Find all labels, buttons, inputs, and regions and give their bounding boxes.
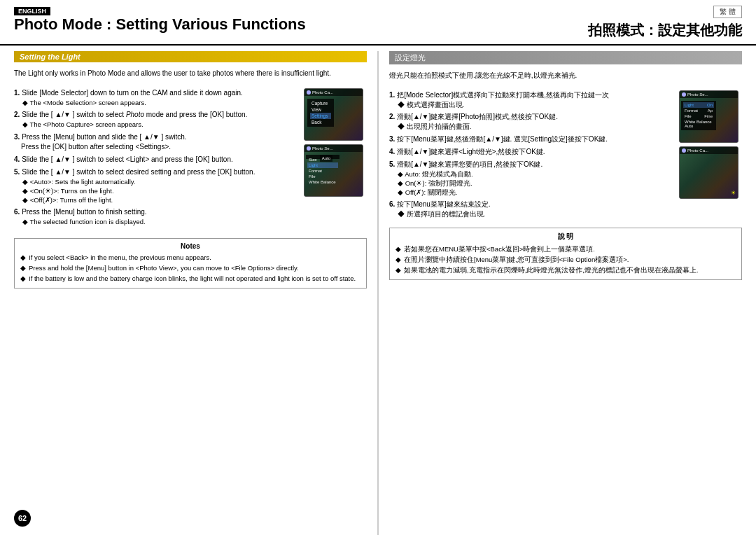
explanation-box: 說 明 若如果您在MENU菜單中按<Back返回>時會到上一個菜單選項. 在照片… [389, 228, 742, 280]
steps-container: 1. Slide [Mode Selector] down to turn on… [14, 88, 367, 230]
header-left: ENGLISH Photo Mode : Setting Various Fun… [14, 6, 378, 40]
page-title: Photo Mode : Setting Various Functions [14, 15, 378, 34]
step-cn-3: 3. 按下[Menu菜單]鍵,然後滑動[▲/▼]鍵. 選完[Setting設定]… [389, 134, 672, 144]
camera-screen-1: Photo Ca... Capture View Settings Back [304, 88, 363, 141]
section-intro: The Light only works in Photo Mode and a… [14, 68, 367, 78]
language-badge: ENGLISH [14, 7, 50, 15]
notes-box: Notes If you select <Back> in the menu, … [14, 238, 367, 289]
camera-bg-4 [680, 147, 738, 198]
camera-screen-4: Photo Ca... ☀ [679, 146, 738, 199]
cn-note-1: 若如果您在MENU菜單中按<Back返回>時會到上一個菜單選項. [396, 244, 736, 254]
camera-images-right: Photo Se... LightOn FormatAp FileFine Wh… [679, 90, 742, 222]
camera-icon-3 [682, 92, 686, 97]
note-1: If you select <Back> in the menu, the pr… [20, 252, 360, 263]
section-header-cn: 設定燈光 [389, 51, 742, 64]
light-indicator: ☀ [731, 190, 736, 196]
step-cn-2: 2. 滑動[▲/▼]鍵來選擇[Photo拍照]模式,然後按下OK鍵. 出現照片拍… [389, 112, 672, 131]
page-number: 62 [14, 510, 31, 527]
left-column: Setting the Light The Light only works i… [14, 51, 367, 535]
step-6: 6. Press the [Menu] button to finish set… [14, 207, 297, 226]
settings-panel-3-wrap: LightOn FormatAp FileFine White Balance … [681, 101, 716, 130]
setting-light: Light [307, 162, 338, 168]
camera-overlay-1: Photo Ca... [304, 89, 363, 96]
note-3: If the battery is low and the battery ch… [20, 273, 360, 284]
camera-icon-2 [307, 146, 311, 151]
step-3: 3. Press the [Menu] button and slide the… [14, 132, 297, 152]
chinese-title: 拍照模式：設定其他功能 [588, 21, 742, 40]
step-5: 5. Slide the [ ▲/▼ ] switch to select de… [14, 167, 297, 205]
section-intro-cn: 燈光只能在拍照模式下使用.讓您在光線不足時,以燈光來補光. [389, 70, 742, 81]
camera-icon-1 [307, 90, 311, 95]
steps-text: 1. Slide [Mode Selector] down to turn on… [14, 88, 297, 230]
step-1: 1. Slide [Mode Selector] down to turn on… [14, 88, 297, 107]
step-cn-1: 1. 把[Mode Selector]模式選擇向下拉動來打開本機,然後再向下拉鍵… [389, 90, 672, 109]
right-column: 設定燈光 燈光只能在拍照模式下使用.讓您在光線不足時,以燈光來補光. 1. 把[… [389, 51, 742, 535]
camera-screen-3: Photo Se... LightOn FormatAp FileFine Wh… [679, 90, 738, 143]
setting-format-a: FormatAp [683, 108, 714, 113]
camera-screen-2: Photo Se... Size Light Format File White… [304, 144, 363, 197]
page-divider [377, 51, 379, 535]
settings-panel-3: LightOn FormatAp FileFine White Balance … [681, 101, 716, 130]
setting-auto: Auto [320, 155, 332, 162]
step-cn-5: 5. 滑動[▲/▼]鍵來選擇您要的項目,然後按下OK鍵. Auto: 燈光模式為… [389, 160, 672, 197]
setting-file: File [307, 174, 338, 179]
step-2: 2. Slide the [ ▲/▼ ] switch to select Ph… [14, 110, 297, 129]
step-4: 4. Slide the [ ▲/▼ ] switch to select <L… [14, 155, 297, 165]
menu-item-settings: Settings [310, 113, 331, 119]
camera-overlay-2: Photo Se... [304, 145, 363, 152]
menu-item-view: View [310, 106, 331, 113]
page-header: ENGLISH Photo Mode : Setting Various Fun… [0, 0, 756, 46]
camera-icon-4 [682, 148, 686, 153]
cn-note-3: 如果電池的電力減弱,充電指示在閃爍時,此時燈光無法發作,燈光的標記也不會出現在液… [396, 265, 736, 275]
chinese-label: 繁 體 [713, 6, 742, 18]
setting-format: Format [307, 168, 338, 174]
steps-text-cn: 1. 把[Mode Selector]模式選擇向下拉動來打開本機,然後再向下拉鍵… [389, 90, 672, 222]
menu-item-back: Back [310, 119, 331, 125]
note-2: Press and hold the [Menu] button in <Pho… [20, 263, 360, 273]
step-cn-6: 6. 按下[Menu菜單]鍵來結束設定. 所選擇項目的標記會出現. [389, 200, 672, 218]
camera-menu-1: Capture View Settings Back [307, 99, 334, 127]
camera-images-left: Photo Ca... Capture View Settings Back [304, 88, 367, 230]
header-right: 繁 體 拍照模式：設定其他功能 [378, 6, 742, 40]
camera-overlay-4: Photo Ca... [680, 147, 738, 154]
setting-file-fine: FileFine [683, 113, 714, 119]
setting-wb-auto: White Balance Auto [683, 119, 714, 129]
main-content: Setting the Light The Light only works i… [0, 46, 756, 535]
explanation-title: 說 明 [396, 232, 736, 242]
setting-wb: White Balance [307, 179, 338, 185]
menu-item-capture: Capture [310, 100, 331, 106]
camera-overlay-3: Photo Se... [680, 91, 738, 98]
cn-note-2: 在照片瀏覽中持續按住[Menu菜單]鍵,您可直接到到<File Option檔案… [396, 254, 736, 265]
notes-title: Notes [20, 242, 360, 250]
setting-light-on: LightOn [683, 102, 714, 108]
section-header-light: Setting the Light [14, 51, 367, 62]
step-cn-4: 4. 滑動[▲/▼]鍵來選擇<Light燈光>,然後按下OK鍵. [389, 147, 672, 157]
steps-container-cn: 1. 把[Mode Selector]模式選擇向下拉動來打開本機,然後再向下拉鍵… [389, 90, 742, 222]
